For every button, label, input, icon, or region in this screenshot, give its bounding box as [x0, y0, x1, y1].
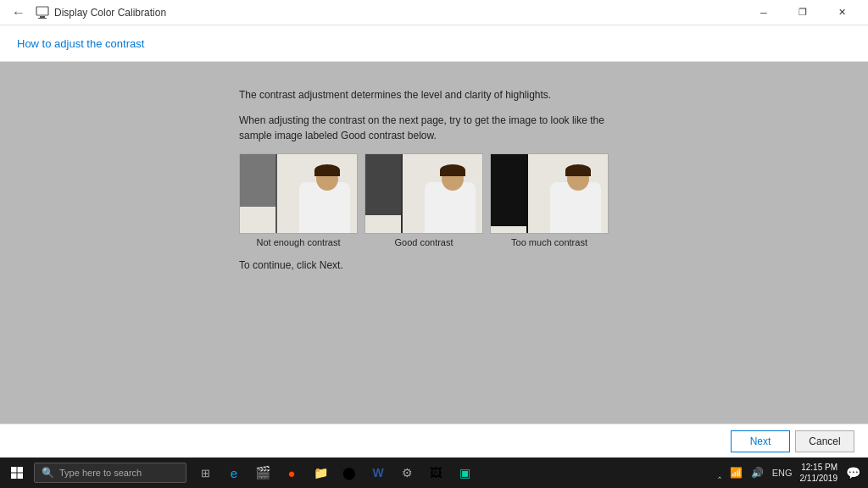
main-content: The contrast adjustment determines the l…	[0, 62, 868, 424]
dark-rect-3	[491, 154, 526, 226]
svg-rect-6	[18, 474, 24, 480]
volume-icon[interactable]: 🔊	[748, 467, 766, 479]
taskbar: 🔍 Type here to search ⊞ e 🎬 ● 📁 ⬤ W ⚙ 🖼 …	[0, 458, 868, 488]
window-title: Display Color Calibration	[54, 7, 166, 19]
dark-rect-2	[365, 154, 401, 215]
notification-icon[interactable]: 💬	[843, 463, 863, 483]
close-button[interactable]: ✕	[822, 0, 861, 25]
header-link[interactable]: How to adjust the contrast	[17, 37, 144, 50]
continue-text: To continue, click Next.	[239, 259, 629, 271]
description-2: When adjusting the contrast on the next …	[239, 113, 629, 143]
network-icon[interactable]: 📶	[727, 467, 745, 479]
folder-icon[interactable]: 📁	[309, 461, 332, 485]
task-view-icon[interactable]: ⊞	[193, 461, 217, 485]
description-1: The contrast adjustment determines the l…	[239, 87, 629, 103]
dark-rect-1	[240, 154, 275, 207]
tray-icons: ‸ 📶 🔊	[715, 467, 766, 479]
svg-rect-5	[11, 474, 17, 480]
edge-icon[interactable]: e	[222, 461, 246, 485]
date-display: 2/11/2019	[800, 473, 838, 484]
clock[interactable]: 12:15 PM 2/11/2019	[800, 462, 838, 484]
label-good: Good contrast	[364, 237, 483, 247]
restore-button[interactable]: ❐	[783, 0, 822, 25]
chrome-icon[interactable]: ⬤	[337, 461, 361, 485]
svg-rect-0	[36, 7, 48, 15]
tray-caret[interactable]: ‸	[715, 467, 724, 479]
hair-1	[314, 164, 340, 176]
hair-2	[440, 164, 465, 176]
taskbar-tray: ‸ 📶 🔊 ENG 12:15 PM 2/11/2019 💬	[715, 462, 868, 484]
header-area: How to adjust the contrast	[0, 25, 868, 62]
bottom-action-bar: Next Cancel	[0, 424, 868, 458]
vlc-icon[interactable]: 🎬	[251, 461, 275, 485]
contrast-samples-row: Not enough contrast	[239, 153, 629, 247]
search-icon: 🔍	[42, 467, 54, 479]
lang-label: ENG	[770, 468, 795, 478]
rod-2	[401, 154, 403, 233]
window-body: How to adjust the contrast The contrast …	[0, 25, 868, 458]
windows-icon	[10, 466, 24, 480]
back-button[interactable]: ←	[7, 5, 31, 20]
photos-icon[interactable]: 🖼	[424, 461, 448, 485]
sample-image-not-enough	[239, 153, 358, 234]
svg-rect-4	[18, 467, 24, 473]
taskbar-icons: ⊞ e 🎬 ● 📁 ⬤ W ⚙ 🖼 ▣	[193, 461, 476, 485]
title-bar-left: ← Display Color Calibration	[7, 5, 166, 20]
contrast-sample-too-much: Too much contrast	[490, 153, 609, 247]
title-bar: ← Display Color Calibration ─ ❐ ✕	[0, 0, 868, 25]
next-button[interactable]: Next	[731, 430, 790, 452]
rod-3	[526, 154, 528, 233]
svg-rect-1	[40, 16, 45, 18]
svg-rect-2	[38, 18, 47, 19]
sample-image-too-much	[490, 153, 609, 234]
app3-icon[interactable]: ●	[280, 461, 303, 485]
contrast-sample-not-enough: Not enough contrast	[239, 153, 358, 247]
start-button[interactable]	[0, 458, 34, 488]
time-display: 12:15 PM	[800, 462, 838, 473]
search-placeholder: Type here to search	[59, 468, 142, 478]
content-box: The contrast adjustment determines the l…	[239, 87, 629, 271]
rod-1	[275, 154, 277, 233]
app9-icon[interactable]: ▣	[453, 461, 476, 485]
label-too-much: Too much contrast	[490, 237, 609, 247]
sample-image-good	[364, 153, 483, 234]
monitor-icon	[36, 6, 49, 19]
hair-3	[565, 164, 591, 176]
window-controls: ─ ❐ ✕	[744, 0, 861, 25]
minimize-button[interactable]: ─	[744, 0, 783, 25]
svg-rect-3	[11, 467, 17, 473]
taskbar-search-box[interactable]: 🔍 Type here to search	[34, 463, 186, 483]
contrast-sample-good: Good contrast	[364, 153, 483, 247]
cancel-button[interactable]: Cancel	[795, 430, 854, 452]
app-window: ← Display Color Calibration ─ ❐ ✕ How to…	[0, 0, 868, 458]
settings-icon[interactable]: ⚙	[395, 461, 419, 485]
label-not-enough: Not enough contrast	[239, 237, 358, 247]
word-icon[interactable]: W	[366, 461, 390, 485]
